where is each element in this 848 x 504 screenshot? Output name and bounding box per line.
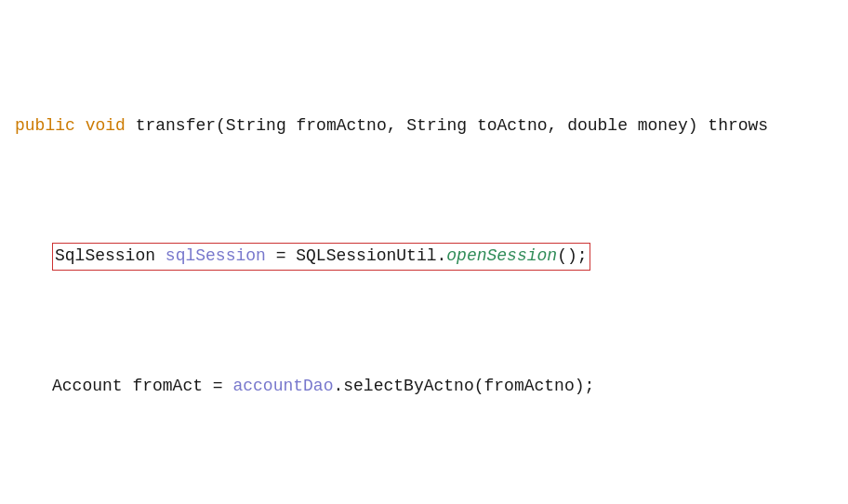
method-name: transfer(String fromActno, String toActn… (136, 116, 769, 135)
line-2: SqlSession sqlSession = SQLSessionUtil.o… (15, 243, 833, 271)
code-block: public void transfer(String fromActno, S… (15, 9, 833, 504)
keyword-public: public (15, 116, 75, 135)
text-account-fromact: Account fromAct = (52, 377, 232, 395)
text-sqlsession: SqlSession (55, 246, 166, 265)
keyword-void: void (86, 116, 126, 135)
text-paren: (); (557, 246, 587, 265)
line-1: public void transfer(String fromActno, S… (15, 113, 833, 139)
var-sqlsession: sqlSession (166, 246, 266, 265)
text-selectbyactno: .selectByActno(fromActno); (333, 377, 594, 395)
var-accountdao-1: accountDao (232, 377, 333, 395)
line-3: Account fromAct = accountDao.selectByAct… (15, 374, 833, 400)
text-equals: = SQLSessionUtil. (266, 246, 446, 265)
method-opensession: openSession (446, 246, 557, 265)
boxed-line-open-session: SqlSession sqlSession = SQLSessionUtil.o… (52, 243, 590, 271)
